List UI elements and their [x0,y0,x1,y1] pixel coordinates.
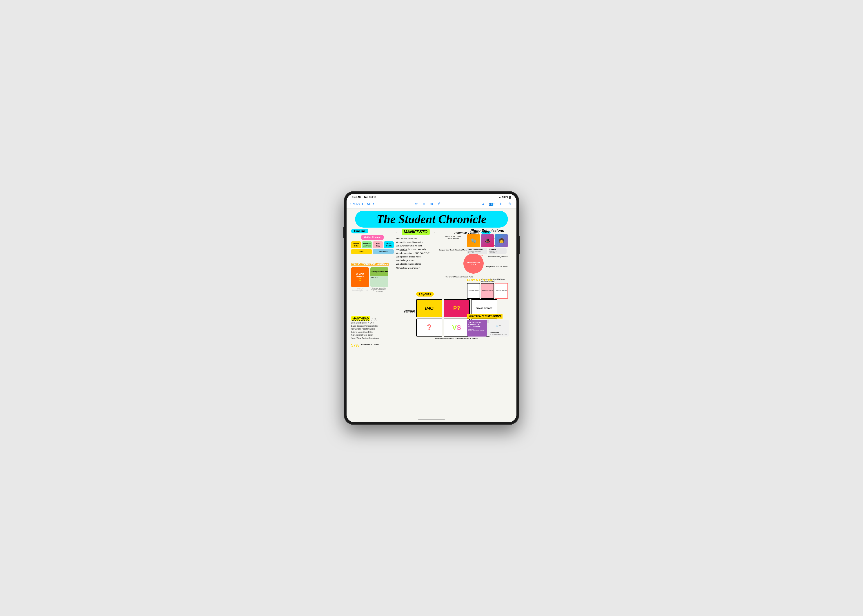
manifesto-item-5: We represent diverse voices [396,255,441,259]
mindmap-node-ghost: Ghost of the Drama Room Returns [443,236,464,239]
undo-icon[interactable]: ↺ [479,201,486,207]
masthead-label-bg: MASTHEAD [351,316,370,321]
photo-file-2-size: 381.9 MB [489,252,506,253]
battery-display: 100% [502,196,508,198]
manifesto-item-2: We always say what we think [396,244,441,248]
list-icon[interactable]: ≡ [421,201,427,207]
magic-icon: ⬡ [359,278,362,281]
layout-colorful[interactable]: P? [443,299,470,317]
battery-icon: ▓ [509,196,511,198]
manifesto-question-bottom: Should we elaborate? [396,267,441,269]
layout-vs-text: VS [452,324,461,332]
written-card-2-preview: 📄 text [490,321,508,330]
credit-2: Daren Estrada: Managing Editor [351,325,396,328]
photo-file-2[interactable]: Event Ph... Keynote P... 381.9 MB [489,248,506,254]
print-cell[interactable]: Print [351,249,372,254]
layout-imo[interactable]: IMO [416,299,442,317]
manifesto-header: ← ← MANIFESTO → → [396,229,441,237]
photo-file-1[interactable]: Photo Submissions Keynote Presentation 3… [467,248,487,254]
dropdown-arrow-icon[interactable]: ▾ [373,203,374,205]
photo-2-icon: 🎩 [485,238,490,243]
time-display: 9:41 AM [352,196,362,198]
updated-masthead-cell[interactable]: Updated Masthead [362,241,372,248]
cover-card-2-text: OPINIONS ISSUE [482,290,493,292]
written-card-1-title: THE STUDENT CHRONICLE FALL/WINTER [468,321,486,328]
masthead-banner: The Student Chronicle [355,211,508,228]
text-icon[interactable]: A [436,201,442,207]
scroll-indicator [418,420,445,420]
layouts-label: Layouts [416,292,434,297]
edit-copy-cell[interactable]: Edit Copy [373,241,383,248]
masthead-percentage: 57% [351,343,359,348]
review-order-cell[interactable]: Review Order [351,241,361,248]
masthead-arrows: ← → [371,317,376,320]
written-card-2-info: PDF Document · 4.7 MB [490,334,508,335]
manifesto-items: We provide crucial information We always… [396,240,441,266]
credit-6: Adam Wray: Printing Coordinator [351,337,396,340]
pawpaw-card-content: Sept 2022 [370,276,388,279]
layout-question-mark: ? [427,323,432,332]
photo-1-icon: 🧤 [471,238,476,243]
manifesto-section: ← ← MANIFESTO → → SHOULD WE SAY HOW? We … [396,229,441,269]
photo-thumbnails: 🧤 🎩 🧑 [467,234,512,247]
power-button [519,236,520,254]
status-bar: 9:41 AM Tue Oct 18 ▲ 100% ▓ [347,194,516,199]
masthead-credits-list: Eden Sears: Editor in Chief Daren Estrad… [351,322,396,340]
timeline-section: Timeline Gather Content Review Order Upd… [351,229,394,255]
written-card-2-title: Interviews [490,331,508,333]
written-submissions-label: WRITTEN SUBMISSIONS [467,314,503,319]
check-credits-cell[interactable]: Check Credits [384,241,394,248]
written-card-2[interactable]: 📄 text Interviews PDF Document · 4.7 MB [489,320,509,336]
manifesto-question-top: SHOULD WE SAY HOW? [396,237,441,239]
distribute-cell[interactable]: Distribute [373,249,394,254]
photo-file-1-size: 381.9 MB [468,252,486,253]
document-title[interactable]: MASTHEAD [353,202,371,206]
pawpaw-card[interactable]: 🌿 Pawpaw Moon Hike Sept 2022 Pawpaw Moon… [370,267,388,292]
written-submissions-section: WRITTEN SUBMISSIONS THE STUDENT CHRONICL… [467,314,512,336]
pawpaw-card-info: Pawpaw Moon HikeKeynote Presentation · 1… [370,288,388,292]
manifesto-item-3: We stand up for our student body [396,248,441,251]
pawpaw-card-img: 🌿 Pawpaw Moon Hike [370,267,388,276]
toolbar: ‹ MASTHEAD ▾ ✏ ≡ ⊕ A ⊞ ↺ 👥2 ⬆ ✎ [347,199,516,209]
photo-thumb-2[interactable]: 🎩 [481,234,494,247]
manifesto-item-4: We offer meaning ← AND CONTEXT [396,251,441,255]
pen-icon[interactable]: ✏ [413,201,420,207]
cover-card-3[interactable]: OPINION ISSUE X [495,283,508,299]
mindmap-node-phones: Are phones useful in class? [486,266,508,268]
photo-arrows-right: ≈≈ [505,230,507,233]
ipad-device: 9:41 AM Tue Oct 18 ▲ 100% ▓ ‹ MASTHEAD ▾… [344,191,519,425]
date-display: Tue Oct 18 [364,196,376,198]
magic-card-title: WHAT IS MAGIC? [352,273,368,278]
photo-label: Photo Submissions [470,229,504,233]
cover-options-section: COVER OPTIONS OPINION ISSUE OPINIONS ISS… [467,278,512,299]
manifesto-item-7: We adapt to changing times [396,262,441,266]
cover-cards-row: OPINION ISSUE OPINIONS ISSUE OPINION ISS… [467,283,512,299]
back-button[interactable]: ‹ [350,202,351,206]
written-card-1[interactable]: THE STUDENT CHRONICLE FALL/WINTER Featur… [467,320,487,336]
cover-card-3-text: OPINION ISSUE X [496,290,507,292]
research-cards: WHAT IS MAGIC? ⬡ Magic_V2Pages Document … [351,267,396,292]
cover-card-2[interactable]: OPINIONS ISSUE [481,283,494,299]
timeline-row-2: Print Distribute [351,249,394,254]
wifi-icon: ▲ [499,196,501,198]
canvas-area[interactable]: The Student Chronicle Timeline Gather Co… [347,209,516,422]
edit-icon[interactable]: ✎ [506,201,513,207]
research-label: RESEARCH SUBMISSIONS [351,262,396,266]
gather-content-cell: Gather Content [361,235,384,240]
photo-thumb-3[interactable]: 🧑 [495,234,508,247]
magic-card[interactable]: WHAT IS MAGIC? ⬡ Magic_V2Pages Document … [351,267,369,292]
layout-rumor-text: RUMOR REPORT [476,307,492,310]
credit-5: Raffi Jilizian: Photo Editor [351,334,396,337]
image-icon[interactable]: ⊞ [443,201,450,207]
photo-thumb-1[interactable]: 🧤 [467,234,480,247]
share-collab-icon[interactable]: 👥2 [489,201,495,207]
status-left: 9:41 AM Tue Oct 18 [352,196,376,198]
drama-note: DRAMA ROOM GHOST STORY [403,310,416,313]
photo-arrows: ≈≈ [467,230,470,233]
share-icon[interactable]: ⬆ [498,201,504,207]
credit-4: Juliana Mejia: Copy Editor [351,331,396,334]
layout-vs[interactable]: VS [443,319,470,336]
add-icon[interactable]: ⊕ [428,201,435,207]
layout-question[interactable]: ? [416,319,442,336]
cover-card-1[interactable]: OPINION ISSUE [467,283,480,299]
